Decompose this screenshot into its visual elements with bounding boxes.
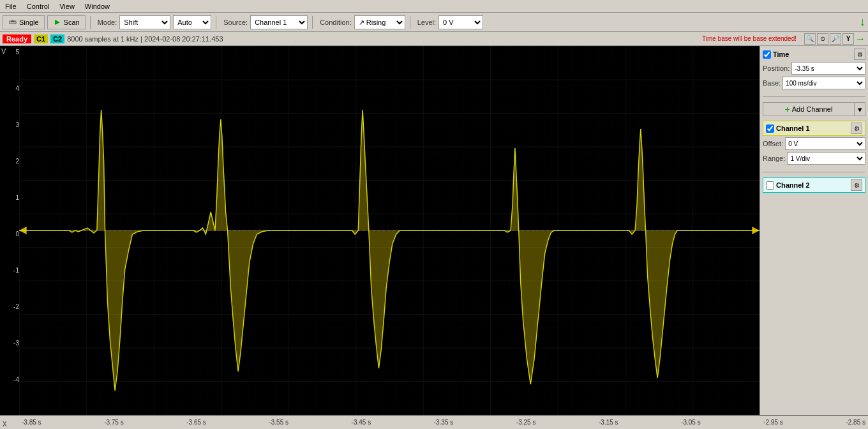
mode-select[interactable]: Shift Normal Auto xyxy=(119,15,170,29)
y-label-0: 0 xyxy=(1,230,19,237)
menu-control[interactable]: Control xyxy=(22,1,54,11)
main-layout: V 5 4 3 2 1 0 -1 -2 -3 -4 xyxy=(0,46,868,415)
menu-bar: File Control View Window xyxy=(0,0,868,13)
ready-badge: Ready xyxy=(3,34,31,43)
add-channel-dropdown-btn[interactable]: ▾ xyxy=(854,102,865,116)
channel1-label: Channel 1 xyxy=(776,124,810,132)
single-label: Single xyxy=(19,19,39,26)
scan-button[interactable]: Scan xyxy=(47,15,86,29)
channel1-settings-btn[interactable]: ⚙ xyxy=(851,123,862,134)
separator-4 xyxy=(410,16,410,29)
level-select[interactable]: 0 V 0.5 V 1 V xyxy=(438,15,483,29)
source-label: Source: xyxy=(223,19,248,26)
grid-container xyxy=(19,46,760,415)
add-channel-label: Add Channel xyxy=(792,105,833,113)
y-label-1: 1 xyxy=(1,194,19,201)
status-icons: 🔍 ⊙ 🔎 Y → xyxy=(804,33,865,45)
channel2-label: Channel 2 xyxy=(776,181,810,189)
y-axis-label: V xyxy=(1,47,6,55)
zoom-reset-btn[interactable]: ⊙ xyxy=(817,33,828,45)
base-select[interactable]: 100 ms/div 50 ms/div 200 ms/div xyxy=(782,77,865,89)
time-section: Time ⚙ Position: -3.35 s Base: 100 ms/di… xyxy=(763,49,865,91)
y-label-n2: -2 xyxy=(1,303,19,310)
x-label-5: -3.35 s xyxy=(434,419,454,426)
divider-2 xyxy=(763,172,865,172)
x-label-8: -3.05 s xyxy=(681,419,701,426)
channel2-checkbox[interactable] xyxy=(766,181,774,190)
svg-marker-2 xyxy=(55,20,60,25)
x-label-9: -2.95 s xyxy=(763,419,783,426)
x-label-0: -3.85 s xyxy=(22,419,41,426)
y-label-n4: -4 xyxy=(1,376,19,383)
channel1-checkbox-container: Channel 1 xyxy=(766,124,810,133)
base-label: Base: xyxy=(763,79,781,87)
menu-window[interactable]: Window xyxy=(80,1,115,11)
y-label-n1: -1 xyxy=(1,267,19,274)
channel1-checkbox[interactable] xyxy=(766,124,774,133)
waveform-svg xyxy=(19,46,760,415)
channel1-section: Channel 1 ⚙ Offset: 0 V 0.5 V -0.5 V Ran… xyxy=(763,121,865,167)
separator-1 xyxy=(90,16,91,29)
channel2-section: Channel 2 ⚙ xyxy=(763,177,865,194)
down-arrow-indicator: ↓ xyxy=(860,15,865,29)
x-axis-labels: -3.85 s -3.75 s -3.65 s -3.55 s -3.45 s … xyxy=(19,419,868,426)
zoom-out-btn[interactable]: 🔎 xyxy=(830,33,841,45)
right-arrow-indicator: → xyxy=(855,33,865,45)
single-button[interactable]: Single xyxy=(3,15,45,29)
x-axis: X -3.85 s -3.75 s -3.65 s -3.55 s -3.45 … xyxy=(0,415,868,429)
range-select[interactable]: 1 V/div 0.5 V/div 2 V/div xyxy=(787,152,865,165)
channel2-settings-btn[interactable]: ⚙ xyxy=(851,179,862,191)
x-label-4: -3.45 s xyxy=(352,419,371,426)
status-info: 8000 samples at 1 kHz | 2024-02-08 20:27… xyxy=(67,35,223,43)
time-label: Time xyxy=(773,50,789,58)
offset-select[interactable]: 0 V 0.5 V -0.5 V xyxy=(785,137,865,150)
x-axis-indicator: X xyxy=(3,421,7,428)
position-select[interactable]: -3.35 s xyxy=(791,62,865,75)
condition-label: Condition: xyxy=(320,19,352,26)
y-label-3: 3 xyxy=(1,121,19,128)
range-row: Range: 1 V/div 0.5 V/div 2 V/div xyxy=(763,152,865,165)
y-label-4: 4 xyxy=(1,85,19,92)
add-channel-wrapper: + Add Channel ▾ xyxy=(763,102,865,116)
time-checkbox-container: Time xyxy=(763,50,789,59)
y-label-n3: -3 xyxy=(1,340,19,347)
time-settings-btn[interactable]: ⚙ xyxy=(854,49,865,60)
channel2-header: Channel 2 ⚙ xyxy=(763,177,865,193)
offset-row: Offset: 0 V 0.5 V -0.5 V xyxy=(763,137,865,150)
auto-select[interactable]: Auto Normal Single xyxy=(173,15,211,29)
x-label-7: -3.15 s xyxy=(599,419,618,426)
channel1-header: Channel 1 ⚙ xyxy=(763,121,865,136)
time-header-row: Time ⚙ xyxy=(763,49,865,60)
channel2-checkbox-container: Channel 2 xyxy=(766,181,810,190)
x-label-6: -3.25 s xyxy=(516,419,536,426)
zoom-in-btn[interactable]: 🔍 xyxy=(804,33,816,45)
divider-1 xyxy=(763,96,865,97)
add-icon: + xyxy=(785,104,790,114)
scope-area[interactable]: V 5 4 3 2 1 0 -1 -2 -3 -4 xyxy=(0,46,760,415)
ch2-badge: C2 xyxy=(50,34,64,43)
time-checkbox[interactable] xyxy=(763,50,771,59)
menu-file[interactable]: File xyxy=(0,1,22,11)
x-label-3: -3.55 s xyxy=(269,419,288,426)
ch1-badge: C1 xyxy=(34,34,48,43)
y-axis: 5 4 3 2 1 0 -1 -2 -3 -4 xyxy=(0,46,19,415)
base-row: Base: 100 ms/div 50 ms/div 200 ms/div xyxy=(763,77,865,89)
single-icon xyxy=(8,18,17,27)
position-label: Position: xyxy=(763,64,789,72)
position-row: Position: -3.35 s xyxy=(763,62,865,75)
offset-label: Offset: xyxy=(763,140,783,147)
y-label-indicator: Y xyxy=(842,33,854,45)
mode-label: Mode: xyxy=(98,19,117,26)
menu-view[interactable]: View xyxy=(54,1,80,11)
status-bar: Ready C1 C2 8000 samples at 1 kHz | 2024… xyxy=(0,32,868,46)
condition-select[interactable]: ↗ Rising ↘ Falling Either xyxy=(354,15,405,29)
source-select[interactable]: Channel 1 Channel 2 xyxy=(250,15,308,29)
range-label: Range: xyxy=(763,154,785,162)
add-channel-button[interactable]: + Add Channel xyxy=(763,102,854,116)
scan-label: Scan xyxy=(64,19,80,26)
scan-play-icon xyxy=(53,18,62,27)
separator-3 xyxy=(312,16,313,29)
x-label-2: -3.65 s xyxy=(186,419,206,426)
right-panel: Time ⚙ Position: -3.35 s Base: 100 ms/di… xyxy=(760,46,868,415)
status-warning: Time base will be base extended! xyxy=(702,35,797,42)
